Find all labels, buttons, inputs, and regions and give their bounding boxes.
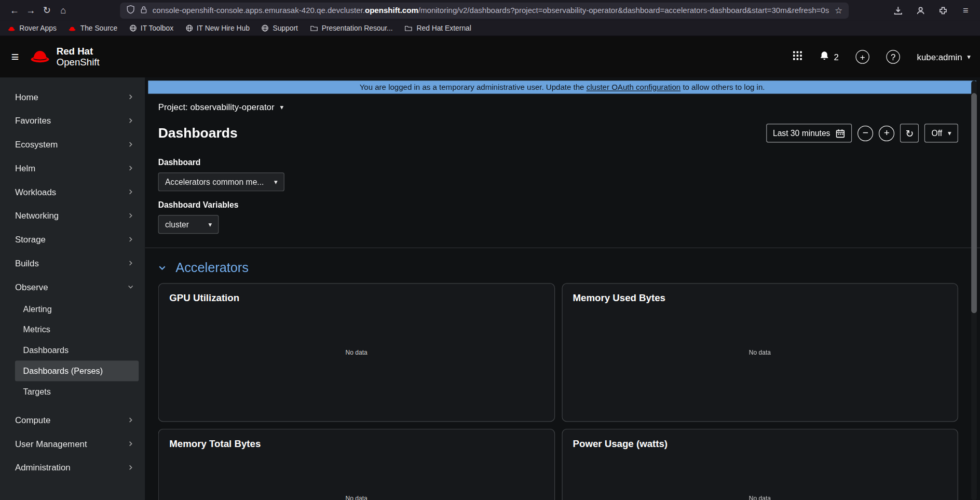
- user-menu[interactable]: kube:admin ▾: [917, 52, 970, 62]
- bookmark-item[interactable]: The Source: [69, 24, 117, 32]
- bookmark-star-icon[interactable]: ☆: [835, 5, 842, 15]
- toolbar-right: ≡: [890, 2, 974, 18]
- extensions-icon[interactable]: [935, 2, 951, 18]
- panel-memory-total-bytes: Memory Total Bytes No data: [158, 429, 555, 500]
- forward-icon[interactable]: →: [22, 2, 38, 18]
- sidebar-item-storage[interactable]: Storage: [0, 227, 145, 251]
- folder-icon: [405, 25, 413, 32]
- masthead: ≡ Red Hat OpenShift 2 + ? kube:: [0, 36, 980, 77]
- bookmark-item[interactable]: IT New Hire Hub: [185, 24, 250, 32]
- masthead-actions: 2 + ? kube:admin ▾: [793, 50, 971, 63]
- app-menu-icon[interactable]: ≡: [958, 2, 974, 18]
- no-data-message: No data: [749, 495, 771, 500]
- chevron-right-icon: [128, 189, 134, 195]
- sidebar-item-administration[interactable]: Administration: [0, 456, 145, 480]
- back-icon[interactable]: ←: [6, 2, 22, 18]
- bookmark-item[interactable]: IT Toolbox: [129, 24, 173, 32]
- caret-down-icon: ▾: [967, 53, 971, 61]
- scrollbar-thumb[interactable]: [971, 93, 977, 313]
- chevron-down-icon: [128, 284, 134, 290]
- chevron-right-icon: [128, 141, 134, 147]
- no-data-message: No data: [749, 349, 771, 356]
- chevron-right-icon: [128, 94, 134, 100]
- shield-icon[interactable]: [126, 5, 135, 16]
- nav-toggle-icon[interactable]: ≡: [11, 49, 19, 64]
- temp-admin-banner: You are logged in as a temporary adminis…: [148, 80, 976, 93]
- downloads-icon[interactable]: [890, 2, 906, 18]
- dashboard-select[interactable]: Accelerators common me... ▾: [158, 172, 284, 191]
- main-content: You are logged in as a temporary adminis…: [145, 77, 980, 500]
- chevron-right-icon: [128, 417, 134, 423]
- chevron-right-icon: [128, 212, 134, 219]
- notification-count: 2: [834, 52, 839, 62]
- dashboard-variables-label: Dashboard Variables: [158, 200, 967, 209]
- sidebar-item-ecosystem[interactable]: Ecosystem: [0, 132, 145, 156]
- sidebar-item-builds[interactable]: Builds: [0, 251, 145, 275]
- project-selector[interactable]: Project: observability-operator ▾: [145, 94, 980, 120]
- redhat-icon: [7, 25, 16, 32]
- app-launcher-icon[interactable]: [793, 51, 802, 63]
- brand-logo[interactable]: Red Hat OpenShift: [30, 46, 100, 68]
- bell-icon: [820, 51, 829, 63]
- bookmark-item[interactable]: Red Hat External: [405, 24, 471, 32]
- account-icon[interactable]: [913, 2, 929, 18]
- sidebar-item-helm[interactable]: Helm: [0, 156, 145, 180]
- dashboard-label: Dashboard: [158, 157, 967, 167]
- notifications-button[interactable]: 2: [820, 51, 839, 63]
- folder-icon: [310, 25, 318, 32]
- quick-create-icon[interactable]: +: [855, 50, 869, 63]
- dashboard-controls: Last 30 minutes − + ↻ Off ▾: [766, 124, 958, 142]
- time-range-button[interactable]: Last 30 minutes: [766, 124, 852, 142]
- redhat-hat-icon: [30, 47, 51, 66]
- reload-icon[interactable]: ↻: [39, 2, 55, 18]
- sidebar-item-favorites[interactable]: Favorites: [0, 109, 145, 132]
- sidebar-item-compute[interactable]: Compute: [0, 408, 145, 432]
- home-icon[interactable]: ⌂: [55, 2, 71, 18]
- brand-text: Red Hat OpenShift: [57, 46, 100, 68]
- caret-down-icon: ▾: [948, 129, 951, 138]
- sidebar-item-networking[interactable]: Networking: [0, 204, 145, 227]
- zoom-in-icon[interactable]: +: [879, 125, 894, 141]
- bookmark-item[interactable]: Presentation Resour...: [310, 24, 393, 32]
- browser-toolbar: ← → ↻ ⌂ console-openshift-console.apps.e…: [0, 0, 980, 21]
- bookmark-item[interactable]: Support: [262, 24, 298, 32]
- sidebar-item-targets[interactable]: Targets: [15, 381, 139, 402]
- calendar-icon: [836, 128, 845, 138]
- chevron-right-icon: [128, 165, 134, 171]
- help-icon[interactable]: ?: [886, 50, 900, 63]
- panel-memory-used-bytes: Memory Used Bytes No data: [562, 283, 958, 422]
- sidebar-item-metrics[interactable]: Metrics: [15, 319, 139, 340]
- chevron-right-icon: [128, 464, 134, 470]
- caret-down-icon: ▾: [280, 103, 283, 111]
- caret-down-icon: ▾: [274, 178, 278, 186]
- caret-down-icon: ▾: [209, 220, 212, 228]
- redhat-icon: [69, 25, 77, 32]
- sidebar-item-dashboards-perses[interactable]: Dashboards (Perses): [15, 361, 139, 382]
- sidebar-item-workloads[interactable]: Workloads: [0, 180, 145, 204]
- sidebar-item-alerting[interactable]: Alerting: [15, 299, 139, 319]
- panel-power-usage-watts: Power Usage (watts) No data: [562, 429, 958, 500]
- url-text: console-openshift-console.apps.emurasak-…: [153, 6, 830, 15]
- lock-icon[interactable]: [140, 5, 147, 15]
- no-data-message: No data: [346, 495, 367, 500]
- no-data-message: No data: [346, 349, 367, 356]
- zoom-out-icon[interactable]: −: [857, 125, 873, 141]
- cluster-variable-select[interactable]: cluster ▾: [158, 215, 219, 234]
- panel-gpu-utilization: GPU Utilization No data: [158, 283, 555, 422]
- sidebar-item-observe[interactable]: Observe: [0, 275, 145, 299]
- globe-icon: [262, 24, 269, 32]
- sidebar-item-home[interactable]: Home: [0, 85, 145, 109]
- address-bar[interactable]: console-openshift-console.apps.emurasak-…: [120, 2, 849, 18]
- refresh-interval-dropdown[interactable]: Off ▾: [924, 124, 958, 142]
- section-collapse-icon[interactable]: [158, 263, 167, 272]
- bookmark-item[interactable]: Rover Apps: [7, 24, 56, 32]
- oauth-config-link[interactable]: cluster OAuth configuration: [587, 83, 681, 91]
- refresh-button[interactable]: ↻: [900, 124, 919, 142]
- browser-window: ← → ↻ ⌂ console-openshift-console.apps.e…: [0, 0, 980, 500]
- content-scrollbar[interactable]: [971, 80, 977, 500]
- sidebar-item-user-management[interactable]: User Management: [0, 432, 145, 456]
- sidebar-item-dashboards[interactable]: Dashboards: [15, 340, 139, 361]
- chevron-right-icon: [128, 260, 134, 266]
- globe-icon: [185, 24, 193, 32]
- sidebar-nav: Home Favorites Ecosystem Helm Workloads …: [0, 77, 145, 500]
